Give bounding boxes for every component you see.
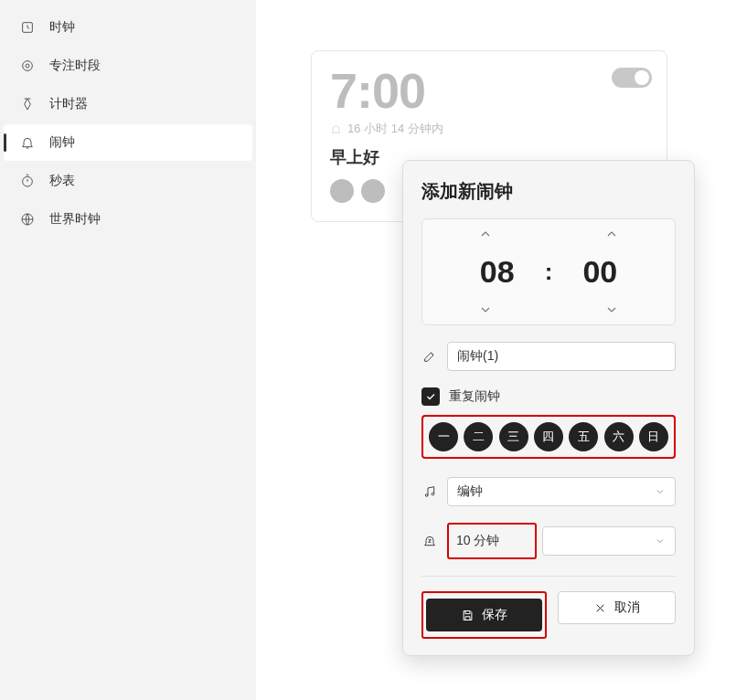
repeat-checkbox[interactable]	[421, 387, 440, 406]
svg-point-5	[425, 494, 428, 497]
sidebar-item-label: 秒表	[49, 173, 75, 189]
day-chip-sat[interactable]: 六	[604, 422, 634, 451]
sidebar-item-focus[interactable]: 专注时段	[4, 48, 252, 84]
minute-up-icon[interactable]	[604, 227, 619, 241]
alarm-time-until: 16 小时 14 分钟内	[330, 121, 648, 137]
sidebar-item-label: 专注时段	[49, 58, 101, 74]
alarm-name-input[interactable]: 闹钟(1)	[447, 342, 676, 371]
day-chip-thu[interactable]: 四	[534, 422, 563, 451]
main-content: 7:00 16 小时 14 分钟内 早上好 添加新闹钟 08 : 00	[256, 0, 736, 700]
check-icon	[425, 391, 436, 402]
world-clock-icon	[18, 210, 37, 228]
snooze-icon	[421, 533, 438, 549]
sidebar-item-alarm[interactable]: 闹钟	[4, 124, 252, 161]
svg-point-2	[26, 64, 29, 68]
sidebar-item-label: 时钟	[49, 19, 75, 36]
sidebar-item-timer[interactable]: 计时器	[4, 86, 252, 122]
dialog-buttons: 保存 取消	[421, 576, 676, 639]
stopwatch-icon	[18, 172, 37, 190]
alarm-icon	[18, 133, 37, 152]
focus-icon	[18, 57, 37, 75]
save-icon	[461, 609, 475, 622]
chevron-down-icon	[655, 536, 666, 546]
alarm-day-dot	[361, 179, 385, 203]
cancel-button[interactable]: 取消	[558, 591, 676, 624]
sidebar-item-label: 计时器	[49, 96, 88, 112]
day-chip-sun[interactable]: 日	[639, 422, 668, 451]
sidebar-item-world-clock[interactable]: 世界时钟	[4, 201, 252, 238]
dialog-title: 添加新闹钟	[421, 179, 676, 204]
sidebar-item-label: 闹钟	[49, 134, 75, 151]
snooze-highlight: 10 分钟	[447, 523, 537, 559]
days-selector: 一 二 三 四 五 六 日	[421, 415, 676, 459]
alarm-toggle[interactable]	[612, 68, 652, 88]
minute-down-icon[interactable]	[604, 302, 619, 317]
day-chip-tue[interactable]: 二	[464, 422, 493, 451]
alarm-time: 7:00	[330, 66, 648, 115]
edit-icon	[421, 348, 438, 365]
day-chip-wed[interactable]: 三	[499, 422, 528, 451]
sidebar-item-label: 世界时钟	[49, 211, 101, 228]
clock-icon	[18, 18, 37, 37]
timer-icon	[18, 95, 37, 113]
svg-point-1	[23, 61, 33, 71]
hour-down-icon[interactable]	[478, 302, 493, 317]
hour-up-icon[interactable]	[478, 227, 493, 241]
time-colon: :	[545, 258, 553, 286]
bell-icon	[330, 123, 342, 135]
music-icon	[421, 483, 438, 500]
save-button[interactable]: 保存	[426, 599, 542, 631]
sidebar-item-stopwatch[interactable]: 秒表	[4, 163, 252, 199]
day-chip-mon[interactable]: 一	[429, 422, 458, 451]
add-alarm-dialog: 添加新闹钟 08 : 00 闹钟(1)	[402, 160, 695, 656]
snooze-select[interactable]	[542, 526, 676, 556]
snooze-row: 10 分钟	[421, 523, 676, 559]
sound-row: 编钟	[421, 477, 676, 506]
snooze-select-inner[interactable]: 10 分钟	[451, 526, 533, 556]
hour-value[interactable]: 08	[468, 254, 527, 290]
sound-select[interactable]: 编钟	[447, 477, 676, 506]
svg-point-6	[432, 493, 434, 495]
repeat-label: 重复闹钟	[449, 388, 500, 405]
alarm-day-dot	[330, 179, 354, 203]
save-highlight: 保存	[421, 591, 547, 639]
alarm-name-row: 闹钟(1)	[421, 342, 676, 371]
minute-value[interactable]: 00	[571, 254, 629, 290]
sidebar: 时钟 专注时段 计时器 闹钟 秒表 世界时钟	[0, 0, 256, 700]
repeat-row: 重复闹钟	[421, 387, 676, 406]
sidebar-item-clock[interactable]: 时钟	[4, 9, 252, 46]
day-chip-fri[interactable]: 五	[569, 422, 598, 451]
close-icon	[593, 601, 607, 615]
chevron-down-icon	[655, 486, 666, 497]
time-picker: 08 : 00	[421, 218, 676, 325]
